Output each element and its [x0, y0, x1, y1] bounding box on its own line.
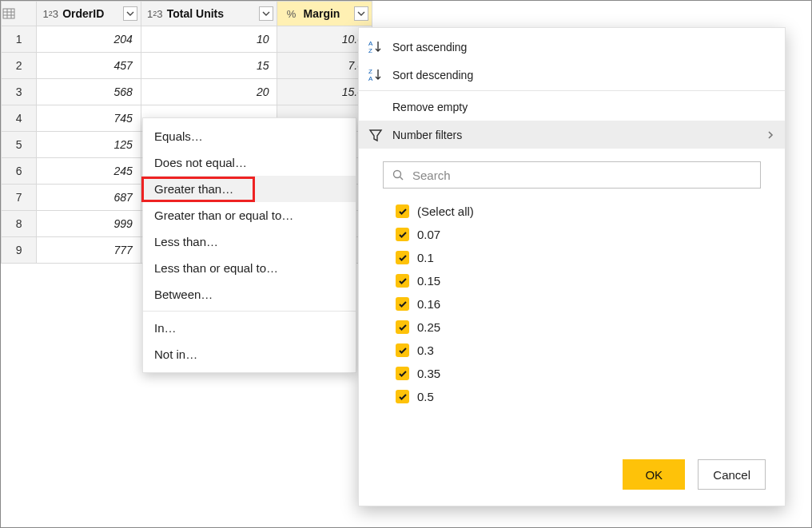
- row-number: 4: [2, 105, 37, 132]
- cell-orderid[interactable]: 245: [37, 158, 141, 185]
- percent-icon: %: [282, 6, 300, 22]
- cell-orderid[interactable]: 745: [37, 105, 141, 132]
- value-checkbox[interactable]: 0.25: [396, 316, 761, 339]
- svg-text:Z: Z: [368, 47, 372, 54]
- column-header-margin[interactable]: % Margin: [277, 2, 372, 26]
- cell-orderid[interactable]: 457: [37, 53, 141, 79]
- row-number: 5: [2, 132, 37, 158]
- cell-orderid[interactable]: 777: [37, 237, 141, 264]
- checkbox-icon: [396, 343, 409, 357]
- row-number: 2: [2, 53, 37, 79]
- cell-orderid[interactable]: 204: [37, 26, 141, 53]
- row-number: 9: [2, 237, 37, 264]
- svg-point-9: [394, 171, 401, 178]
- number-filters-submenu: Equals…Does not equal…Greater than…Great…: [142, 117, 356, 373]
- svg-text:Z: Z: [368, 68, 372, 75]
- cancel-button[interactable]: Cancel: [698, 459, 766, 490]
- number-filter-option[interactable]: Between…: [143, 281, 356, 308]
- checkbox-icon: [396, 367, 409, 380]
- number-filters-item[interactable]: Number filters: [359, 121, 785, 149]
- row-number: 1: [2, 26, 37, 53]
- checkbox-icon: [396, 251, 409, 264]
- number-filter-option[interactable]: Greater than…: [143, 176, 356, 202]
- select-all-checkbox[interactable]: (Select all): [396, 200, 761, 223]
- checkbox-icon: [396, 204, 409, 218]
- checkbox-label: 0.1: [417, 251, 434, 264]
- filter-icon: [367, 127, 384, 143]
- column-dropdown-icon[interactable]: [354, 6, 368, 21]
- value-checkbox[interactable]: 0.3: [396, 339, 761, 362]
- number-filter-option[interactable]: Equals…: [143, 123, 356, 149]
- checkbox-icon: [396, 228, 409, 241]
- column-title: OrderID: [61, 7, 121, 20]
- checkbox-label: (Select all): [417, 204, 474, 218]
- int-icon: 123: [42, 6, 59, 22]
- cell-units[interactable]: 10: [141, 26, 277, 53]
- checkbox-label: 0.16: [417, 297, 440, 311]
- column-dropdown-icon[interactable]: [123, 6, 137, 21]
- checkbox-label: 0.5: [417, 390, 434, 403]
- checkbox-label: 0.35: [417, 367, 440, 380]
- cell-orderid[interactable]: 125: [37, 132, 141, 158]
- value-checkbox[interactable]: 0.35: [396, 362, 761, 385]
- cell-units[interactable]: 15: [141, 53, 277, 79]
- table-row[interactable]: 12041010.0: [2, 26, 372, 53]
- number-filter-option[interactable]: Not in…: [143, 341, 356, 367]
- checkbox-icon: [396, 320, 409, 334]
- menu-label: Remove empty: [392, 101, 468, 113]
- checkbox-label: 0.3: [417, 343, 434, 357]
- value-checkbox[interactable]: 0.5: [396, 385, 761, 408]
- svg-rect-0: [3, 9, 14, 18]
- cell-orderid[interactable]: 568: [37, 79, 141, 105]
- number-filter-option[interactable]: Does not equal…: [143, 149, 356, 176]
- row-number: 7: [2, 185, 37, 211]
- checkbox-label: 0.15: [417, 274, 440, 288]
- value-checkbox[interactable]: 0.16: [396, 292, 761, 316]
- checkbox-icon: [396, 297, 409, 311]
- number-filter-option[interactable]: In…: [143, 315, 356, 341]
- number-filter-option[interactable]: Greater than or equal to…: [143, 202, 356, 228]
- column-dropdown-icon[interactable]: [259, 6, 273, 21]
- svg-text:A: A: [368, 40, 373, 47]
- chevron-right-icon: [766, 130, 775, 140]
- sort-desc-icon: ZA: [367, 67, 384, 83]
- cell-orderid[interactable]: 687: [37, 185, 141, 211]
- table-row[interactable]: 35682015.0: [2, 79, 372, 105]
- column-header-total-units[interactable]: 123 Total Units: [141, 2, 277, 26]
- search-input-wrapper[interactable]: [383, 161, 761, 189]
- menu-label: Sort ascending: [392, 41, 467, 54]
- cell-units[interactable]: 20: [141, 79, 277, 105]
- table-row[interactable]: 2457157.0: [2, 53, 372, 79]
- menu-label: Sort descending: [392, 69, 473, 81]
- sort-ascending-item[interactable]: AZ Sort ascending: [359, 33, 785, 61]
- row-number: 3: [2, 79, 37, 105]
- sort-asc-icon: AZ: [367, 39, 384, 55]
- checkbox-label: 0.07: [417, 228, 440, 241]
- column-header-orderid[interactable]: 123 OrderID: [37, 2, 141, 26]
- checkbox-label: 0.25: [417, 320, 440, 334]
- checkbox-icon: [396, 390, 409, 403]
- table-corner[interactable]: [2, 2, 37, 26]
- cell-orderid[interactable]: 999: [37, 211, 141, 237]
- column-title: Margin: [301, 7, 352, 20]
- column-title: Total Units: [165, 7, 258, 20]
- column-filter-panel: AZ Sort ascending ZA Sort descending Rem…: [358, 27, 786, 506]
- svg-line-10: [400, 177, 404, 181]
- remove-empty-item[interactable]: Remove empty: [359, 93, 785, 121]
- checkbox-icon: [396, 274, 409, 288]
- value-checkbox[interactable]: 0.15: [396, 269, 761, 292]
- row-number: 8: [2, 211, 37, 237]
- number-filter-option[interactable]: Less than…: [143, 228, 356, 255]
- value-checkbox[interactable]: 0.1: [396, 246, 761, 269]
- svg-text:A: A: [368, 75, 373, 82]
- menu-label: Number filters: [392, 129, 462, 141]
- search-input[interactable]: [411, 168, 752, 183]
- int-icon: 123: [146, 6, 164, 22]
- search-icon: [392, 169, 404, 181]
- ok-button[interactable]: OK: [623, 459, 685, 490]
- number-filter-option[interactable]: Less than or equal to…: [143, 255, 356, 281]
- sort-descending-item[interactable]: ZA Sort descending: [359, 61, 785, 89]
- value-checkbox[interactable]: 0.07: [396, 223, 761, 246]
- row-number: 6: [2, 158, 37, 185]
